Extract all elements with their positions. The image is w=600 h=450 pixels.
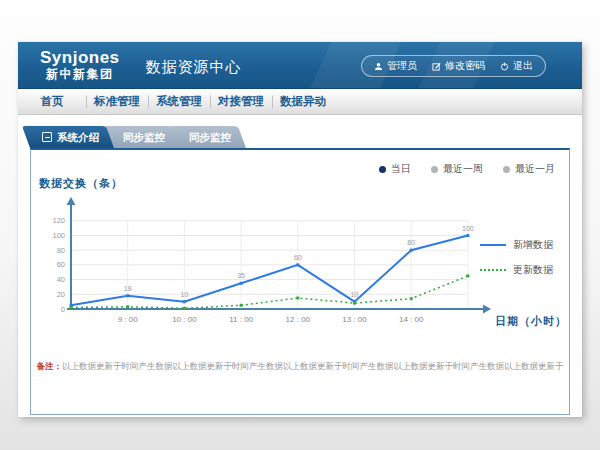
time-filter-label: 最近一月 (515, 162, 555, 176)
user-menu-label: 退出 (513, 59, 533, 73)
footnote: 备注：以上数据更新于时间产生数据以上数据更新于时间产生数据以上数据更新于时间产生… (31, 361, 569, 373)
legend-item-0: 新增数据 (480, 238, 553, 252)
time-filter-1[interactable]: 最近一周 (431, 162, 483, 176)
user-menu-label: 管理员 (387, 59, 417, 73)
svg-text:日期（小时）: 日期（小时） (495, 315, 567, 328)
user-menu-item-1[interactable]: 修改密码 (432, 59, 485, 73)
radio-dot-icon (431, 166, 438, 173)
svg-text:14 : 00: 14 : 00 (399, 315, 424, 324)
document-icon (42, 132, 52, 142)
page-title: 数据资源中心 (146, 58, 242, 77)
svg-text:80: 80 (57, 246, 65, 255)
svg-text:100: 100 (462, 225, 474, 232)
edit-icon (432, 62, 441, 71)
nav-item-2[interactable]: 系统管理 (148, 89, 210, 114)
svg-text:12 : 00: 12 : 00 (286, 315, 311, 324)
chart-panel: 当日最近一周最近一月 数据交换（条） 0204060801001209 : 00… (30, 148, 570, 415)
time-filter-2[interactable]: 最近一月 (503, 162, 555, 176)
time-filter-label: 最近一周 (443, 162, 483, 176)
svg-text:120: 120 (52, 216, 65, 225)
power-icon (500, 62, 509, 71)
time-filter-label: 当日 (391, 162, 411, 176)
svg-text:100: 100 (52, 231, 65, 240)
legend-line-icon (480, 269, 506, 271)
svg-text:60: 60 (57, 260, 65, 269)
content-area: 系统介绍同步监控同步监控 当日最近一周最近一月 数据交换（条） 02040608… (18, 115, 582, 415)
nav-item-0[interactable]: 首页 (18, 89, 86, 114)
svg-text:10 : 00: 10 : 00 (172, 315, 197, 324)
nav-item-4[interactable]: 数据异动 (272, 89, 334, 114)
tab-label: 同步监控 (189, 131, 231, 143)
svg-text:10: 10 (351, 291, 359, 298)
svg-text:80: 80 (407, 239, 415, 246)
company-logo: Synjones 新中新集团 (40, 49, 120, 80)
user-menu-label: 修改密码 (445, 59, 485, 73)
tab-bar: 系统介绍同步监控同步监控 (30, 126, 570, 148)
legend-line-icon (480, 244, 506, 246)
legend-label: 新增数据 (513, 238, 553, 252)
user-menu-item-2[interactable]: 退出 (500, 59, 533, 73)
logo-subtitle: 新中新集团 (40, 68, 120, 81)
tab-0[interactable]: 系统介绍 (30, 126, 121, 148)
legend-label: 更新数据 (513, 263, 553, 277)
svg-text:60: 60 (294, 254, 302, 261)
svg-text:11 : 00: 11 : 00 (229, 315, 253, 324)
time-filter-0[interactable]: 当日 (379, 162, 411, 176)
y-axis-title: 数据交换（条） (39, 176, 123, 191)
logo-title: Synjones (40, 49, 120, 67)
tab-2[interactable]: 同步监控 (177, 126, 253, 148)
svg-text:20: 20 (57, 290, 65, 299)
nav-item-1[interactable]: 标准管理 (86, 89, 148, 114)
user-menu-item-0[interactable]: 管理员 (374, 59, 417, 73)
user-icon (374, 62, 383, 71)
user-menu: 管理员修改密码退出 (361, 55, 546, 77)
radio-dot-icon (379, 166, 386, 173)
time-filter-group: 当日最近一周最近一月 (379, 162, 555, 176)
svg-text:10: 10 (181, 291, 189, 298)
svg-text:9 : 00: 9 : 00 (118, 315, 139, 324)
tab-label: 系统介绍 (57, 131, 99, 143)
main-nav: 首页标准管理系统管理对接管理数据异动 (18, 89, 582, 115)
svg-text:40: 40 (57, 275, 65, 284)
nav-item-3[interactable]: 对接管理 (210, 89, 272, 114)
legend-item-1: 更新数据 (480, 263, 553, 277)
tab-label: 同步监控 (123, 131, 165, 143)
svg-text:35: 35 (237, 272, 245, 279)
radio-dot-icon (503, 166, 510, 173)
svg-text:0: 0 (61, 305, 65, 314)
main-window: Synjones 新中新集团 数据资源中心 管理员修改密码退出 首页标准管理系统… (18, 42, 582, 417)
svg-text:18: 18 (124, 285, 132, 292)
svg-text:13 : 00: 13 : 00 (342, 315, 367, 324)
app-header: Synjones 新中新集团 数据资源中心 管理员修改密码退出 (18, 42, 582, 89)
footnote-text: 以上数据更新于时间产生数据以上数据更新于时间产生数据以上数据更新于时间产生数据以… (62, 361, 564, 371)
footnote-prefix: 备注： (37, 361, 63, 371)
chart-legend: 新增数据更新数据 (480, 238, 553, 277)
